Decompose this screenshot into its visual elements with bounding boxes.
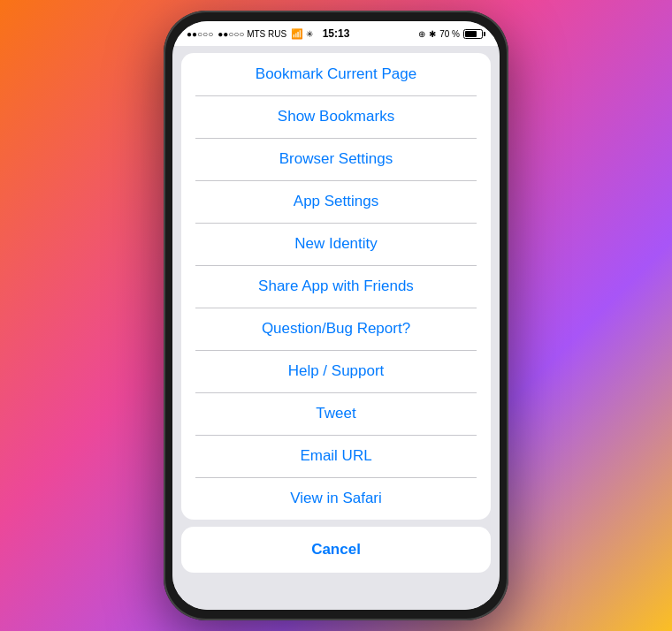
- battery-percent-label: 70 %: [439, 29, 460, 39]
- menu-list: Bookmark Current PageShow BookmarksBrows…: [181, 53, 491, 520]
- wifi-icon: 📶: [291, 28, 303, 40]
- menu-item-show-bookmarks[interactable]: Show Bookmarks: [181, 95, 491, 138]
- status-left: ●●○○○ ●●○○○ MTS RUS 📶 ✳: [187, 28, 313, 40]
- status-time: 15:13: [323, 27, 350, 40]
- action-sheet: Bookmark Current PageShow BookmarksBrows…: [172, 46, 500, 610]
- menu-item-new-identity[interactable]: New Identity: [181, 223, 491, 265]
- menu-item-view-in-safari[interactable]: View in Safari: [181, 477, 491, 520]
- menu-item-app-settings[interactable]: App Settings: [181, 180, 491, 223]
- menu-item-tweet[interactable]: Tweet: [181, 392, 491, 435]
- phone-frame: ●●○○○ ●●○○○ MTS RUS 📶 ✳ 15:13 ⊕ ✱ 70 %: [164, 11, 508, 620]
- menu-item-bug-report[interactable]: Question/Bug Report?: [181, 308, 491, 350]
- menu-item-bookmark-current-page[interactable]: Bookmark Current Page: [181, 53, 491, 95]
- status-bar: ●●○○○ ●●○○○ MTS RUS 📶 ✳ 15:13 ⊕ ✱ 70 %: [172, 21, 500, 46]
- menu-item-help-support[interactable]: Help / Support: [181, 350, 491, 392]
- location-icon: ✳: [306, 29, 313, 39]
- menu-item-browser-settings[interactable]: Browser Settings: [181, 138, 491, 180]
- signal-bars: ●●○○○: [187, 29, 213, 39]
- status-right: ⊕ ✱ 70 %: [418, 29, 485, 39]
- menu-item-share-app[interactable]: Share App with Friends: [181, 265, 491, 308]
- bluetooth-icon: ✱: [429, 29, 436, 39]
- carrier-label: ●●○○○ MTS RUS: [218, 29, 286, 39]
- menu-item-email-url[interactable]: Email URL: [181, 435, 491, 477]
- phone-screen: ●●○○○ ●●○○○ MTS RUS 📶 ✳ 15:13 ⊕ ✱ 70 %: [172, 21, 500, 610]
- location-arrow-icon: ⊕: [418, 29, 425, 39]
- battery-icon: [463, 29, 485, 39]
- cancel-button[interactable]: Cancel: [181, 527, 491, 573]
